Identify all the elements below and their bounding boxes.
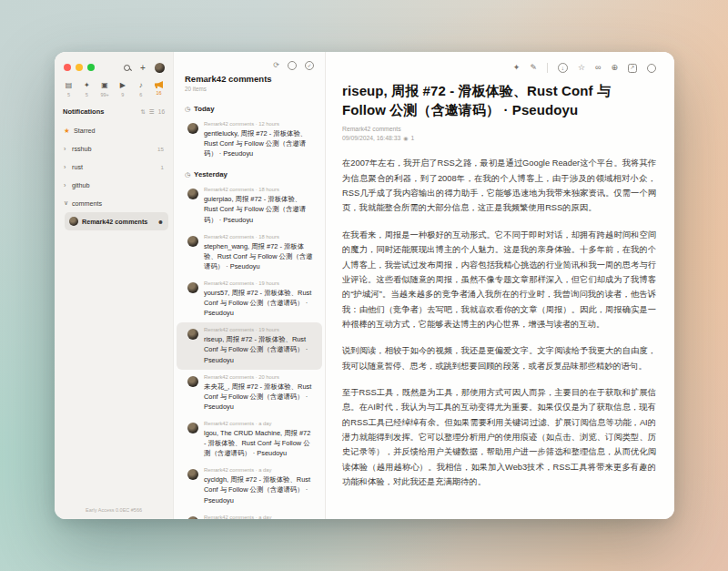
- list-header: Remark42 comments 20 items: [174, 72, 325, 97]
- view-count: 9: [121, 92, 124, 97]
- entry-meta: Remark42 comments · a day: [204, 421, 313, 426]
- view-audio[interactable]: ♪ 6: [133, 81, 148, 97]
- article-source[interactable]: Remark42 comments: [342, 126, 656, 132]
- list-item[interactable]: Remark42 comments · a day lgou, The CRUD…: [177, 416, 322, 463]
- chevron-right-icon: ›: [64, 182, 72, 189]
- sidebar-item-remark42-comments[interactable]: Remark42 comments ☻: [65, 212, 168, 230]
- entry-avatar: [187, 189, 198, 199]
- entry-meta: Remark42 comments · a day: [204, 515, 313, 519]
- entry-meta: Remark42 comments · 20 hours: [204, 374, 313, 380]
- eye-icon: ◉: [403, 135, 408, 141]
- article-body: 在2007年左右，我开启了RSS之路，最初是通过Google Reader这个平…: [342, 156, 656, 489]
- article-view: riseup, 周报 #72 - 滑板体验、Rust Conf 与 Follow…: [326, 76, 674, 519]
- list-item[interactable]: Remark42 comments · 19 hours yours57, 周报…: [177, 276, 322, 322]
- minimize-button[interactable]: [76, 64, 83, 71]
- ai-summary-icon[interactable]: ✦: [513, 63, 521, 73]
- sidebar: + ▤ 5 ✦ 5 ▣ 99+ ▶ 9: [55, 52, 173, 519]
- clock-icon: ◷: [185, 171, 190, 178]
- sidebar-item-rust[interactable]: › rust 1: [59, 158, 168, 176]
- profile-avatar[interactable]: [153, 61, 166, 74]
- section-today: ◷ Today: [174, 97, 325, 117]
- list-item[interactable]: Remark42 comments · a day cycldgh, 周报 #7…: [177, 463, 322, 509]
- titlebar: +: [55, 52, 173, 77]
- entry-title: yours57, 周报 #72 - 滑板体验、Rust Conf 与 Follo…: [204, 288, 313, 318]
- sidebar-item-rsshub[interactable]: › rsshub 15: [59, 139, 168, 158]
- tag-icon[interactable]: ✎: [530, 63, 537, 73]
- view-count: 5: [67, 92, 70, 97]
- entry-avatar: [187, 376, 198, 387]
- article-title: riseup, 周报 #72 - 滑板体验、Rust Conf 与 Follow…: [342, 82, 656, 119]
- entry-title: gentlelucky, 周报 #72 - 滑板体验、Rust Conf 与 F…: [204, 128, 313, 158]
- sidebar-item-github[interactable]: › github: [59, 176, 168, 194]
- list-item-count: 20 items: [185, 86, 314, 92]
- mark-all-read-icon[interactable]: ✓: [305, 61, 314, 70]
- sidebar-item-comments[interactable]: ∨ comments: [59, 194, 168, 212]
- entry-meta: Remark42 comments · 19 hours: [204, 327, 313, 332]
- section-header: Notifications ⇅ ☰ 16: [55, 99, 173, 119]
- star-icon: ★: [64, 127, 74, 135]
- toolbar-divider: [547, 63, 548, 73]
- microphone-icon: ♪: [139, 81, 143, 90]
- entry-avatar: [187, 329, 198, 340]
- article-datetime: 09/09/2024, 16:48:33: [342, 135, 400, 141]
- section-unread-count: 16: [158, 108, 165, 115]
- view-count: 6: [139, 92, 142, 97]
- sort-icon[interactable]: ⇅: [140, 108, 145, 116]
- unread-only-icon[interactable]: [288, 61, 297, 70]
- article-meta: 09/09/2024, 16:48:33 ◉ 1: [342, 135, 656, 141]
- list-item[interactable]: Remark42 comments · 12 hours gentlelucky…: [177, 117, 322, 163]
- search-button[interactable]: [120, 61, 133, 74]
- group-icon[interactable]: ☰: [149, 108, 155, 116]
- entry-avatar: [187, 236, 198, 247]
- entry-title: guierpiao, 周报 #72 - 滑板体验、Rust Conf 与 Fol…: [204, 194, 313, 224]
- entry-avatar: [187, 123, 198, 134]
- read-later-icon[interactable]: ↓: [558, 63, 568, 73]
- desktop-background: + ▤ 5 ✦ 5 ▣ 99+ ▶ 9: [0, 0, 728, 571]
- zoom-button[interactable]: [87, 64, 95, 71]
- section-label: Yesterday: [194, 170, 228, 178]
- sidebar-item-starred[interactable]: ★ Starred: [59, 121, 168, 139]
- add-subscription-button[interactable]: +: [136, 61, 149, 74]
- view-notifications[interactable]: 16: [151, 81, 167, 97]
- article-view-count: 1: [411, 135, 415, 141]
- list-item-selected[interactable]: Remark42 comments · 19 hours riseup, 周报 …: [177, 322, 322, 369]
- article-paragraph: 在我看来，周报是一种极好的互动形式。它不同于即时对话，却拥有跨越时间和空间的魔力…: [342, 228, 656, 332]
- list-item[interactable]: Remark42 comments · a day 愚者, 周报 #72 - 滑…: [177, 510, 322, 519]
- feed-count: 1: [161, 164, 164, 170]
- mark-unread-icon[interactable]: [647, 64, 656, 73]
- entry-avatar: [187, 516, 198, 519]
- view-switcher: ▤ 5 ✦ 5 ▣ 99+ ▶ 9 ♪ 6: [55, 77, 173, 99]
- follow-app-window: + ▤ 5 ✦ 5 ▣ 99+ ▶ 9: [55, 52, 674, 519]
- list-item[interactable]: Remark42 comments · 18 hours guierpiao, …: [177, 182, 322, 229]
- article-paragraph: 在2007年左右，我开启了RSS之路，最初是通过Google Reader这个平…: [342, 156, 656, 215]
- view-count: 16: [156, 90, 161, 96]
- copy-link-icon[interactable]: ∞: [595, 63, 601, 73]
- star-outline-icon[interactable]: ☆: [578, 63, 585, 73]
- view-pictures[interactable]: ▣ 99+: [97, 81, 113, 97]
- entry-meta: Remark42 comments · 18 hours: [204, 234, 313, 240]
- chevron-right-icon: ›: [64, 164, 72, 170]
- list-actions: ⟳ ✓: [174, 52, 325, 72]
- view-social-media[interactable]: ✦ 5: [79, 81, 95, 97]
- entry-title: riseup, 周报 #72 - 滑板体验、Rust Conf 与 Follow…: [204, 334, 313, 364]
- view-articles[interactable]: ▤ 5: [61, 81, 76, 97]
- list-item[interactable]: Remark42 comments · 20 hours 未央花_, 周报 #7…: [177, 370, 322, 416]
- entry-title: 未央花_, 周报 #72 - 滑板体验、Rust Conf 与 Follow 公…: [204, 382, 313, 412]
- view-videos[interactable]: ▶ 9: [115, 81, 130, 97]
- search-icon: [124, 65, 130, 71]
- list-item[interactable]: Remark42 comments · 18 hours stephen_wan…: [177, 229, 322, 276]
- traffic-lights: [64, 64, 95, 71]
- entry-meta: Remark42 comments · a day: [204, 467, 313, 473]
- feed-label: Remark42 comments: [82, 218, 155, 226]
- refresh-icon[interactable]: ⟳: [273, 61, 279, 70]
- feed-label: rsshub: [72, 145, 157, 153]
- chevron-right-icon: ›: [64, 146, 72, 152]
- share-icon[interactable]: ↗: [628, 64, 637, 73]
- articles-icon: ▤: [66, 81, 73, 90]
- open-in-browser-icon[interactable]: ⊕: [611, 63, 618, 73]
- article-paragraph: 至于RSS工具，既然是为工具，那使用方式可因人而异，主要目的在于获取和扩展信息。…: [342, 385, 656, 490]
- entry-avatar: [187, 282, 198, 293]
- close-button[interactable]: [64, 64, 71, 71]
- feed-label: github: [72, 181, 164, 189]
- list-title: Remark42 comments: [185, 74, 314, 84]
